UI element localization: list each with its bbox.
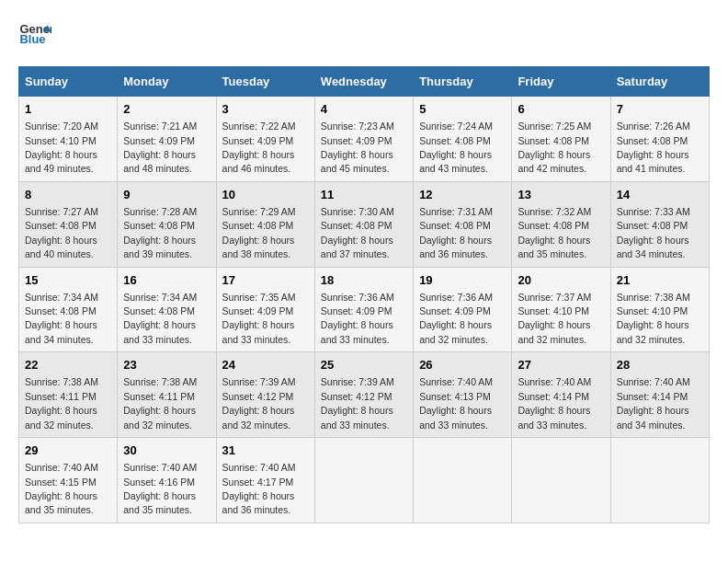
day-number: 1: [25, 101, 111, 118]
day-number: 29: [25, 442, 111, 459]
table-row: 26Sunrise: 7:40 AMSunset: 4:13 PMDayligh…: [414, 352, 512, 438]
table-row: 17Sunrise: 7:35 AMSunset: 4:09 PMDayligh…: [216, 267, 314, 352]
day-number: 27: [518, 357, 604, 373]
table-row: 3Sunrise: 7:22 AMSunset: 4:09 PMDaylight…: [216, 97, 314, 182]
day-info: Sunrise: 7:30 AMSunset: 4:08 PMDaylight:…: [321, 206, 394, 259]
day-number: 15: [25, 272, 111, 289]
calendar-table: SundayMondayTuesdayWednesdayThursdayFrid…: [18, 66, 710, 523]
day-number: 21: [617, 272, 703, 289]
day-number: 31: [222, 442, 309, 459]
day-info: Sunrise: 7:33 AMSunset: 4:08 PMDaylight:…: [617, 206, 690, 259]
table-row: 31Sunrise: 7:40 AMSunset: 4:17 PMDayligh…: [216, 438, 314, 523]
logo-icon: General Blue: [18, 18, 51, 52]
table-row: 13Sunrise: 7:32 AMSunset: 4:08 PMDayligh…: [512, 181, 610, 267]
table-row: 2Sunrise: 7:21 AMSunset: 4:09 PMDaylight…: [118, 97, 216, 182]
day-info: Sunrise: 7:25 AMSunset: 4:08 PMDaylight:…: [518, 121, 591, 174]
day-number: 13: [518, 187, 604, 203]
table-row: [414, 438, 512, 523]
day-info: Sunrise: 7:40 AMSunset: 4:17 PMDaylight:…: [222, 462, 296, 515]
col-header-friday: Friday: [512, 67, 610, 97]
day-info: Sunrise: 7:23 AMSunset: 4:09 PMDaylight:…: [321, 121, 394, 174]
day-info: Sunrise: 7:39 AMSunset: 4:12 PMDaylight:…: [321, 376, 394, 430]
col-header-wednesday: Wednesday: [314, 67, 413, 97]
table-row: 29Sunrise: 7:40 AMSunset: 4:15 PMDayligh…: [19, 438, 118, 523]
day-info: Sunrise: 7:37 AMSunset: 4:10 PMDaylight:…: [518, 292, 591, 345]
day-info: Sunrise: 7:29 AMSunset: 4:08 PMDaylight:…: [222, 206, 296, 259]
table-row: 11Sunrise: 7:30 AMSunset: 4:08 PMDayligh…: [314, 181, 413, 267]
col-header-saturday: Saturday: [610, 67, 709, 97]
day-number: 24: [222, 357, 309, 373]
table-row: 28Sunrise: 7:40 AMSunset: 4:14 PMDayligh…: [610, 352, 709, 438]
table-row: 24Sunrise: 7:39 AMSunset: 4:12 PMDayligh…: [216, 352, 314, 438]
logo: General Blue: [18, 18, 51, 52]
day-info: Sunrise: 7:24 AMSunset: 4:08 PMDaylight:…: [419, 121, 493, 174]
day-info: Sunrise: 7:38 AMSunset: 4:11 PMDaylight:…: [123, 376, 197, 430]
svg-text:Blue: Blue: [19, 32, 45, 46]
day-number: 11: [321, 187, 407, 203]
day-number: 2: [123, 101, 210, 118]
day-info: Sunrise: 7:36 AMSunset: 4:09 PMDaylight:…: [321, 292, 394, 345]
table-row: 20Sunrise: 7:37 AMSunset: 4:10 PMDayligh…: [512, 267, 610, 352]
table-row: 5Sunrise: 7:24 AMSunset: 4:08 PMDaylight…: [414, 97, 512, 182]
table-row: 6Sunrise: 7:25 AMSunset: 4:08 PMDaylight…: [512, 97, 610, 182]
table-row: 8Sunrise: 7:27 AMSunset: 4:08 PMDaylight…: [19, 181, 118, 267]
day-number: 7: [617, 101, 703, 118]
day-number: 10: [222, 187, 309, 203]
col-header-sunday: Sunday: [19, 67, 118, 97]
day-number: 3: [222, 101, 309, 118]
day-info: Sunrise: 7:21 AMSunset: 4:09 PMDaylight:…: [123, 121, 197, 174]
table-row: 21Sunrise: 7:38 AMSunset: 4:10 PMDayligh…: [610, 267, 709, 352]
table-row: 10Sunrise: 7:29 AMSunset: 4:08 PMDayligh…: [216, 181, 314, 267]
day-info: Sunrise: 7:40 AMSunset: 4:15 PMDaylight:…: [25, 462, 98, 515]
day-info: Sunrise: 7:34 AMSunset: 4:08 PMDaylight:…: [25, 292, 98, 345]
day-number: 9: [123, 187, 210, 203]
table-row: 16Sunrise: 7:34 AMSunset: 4:08 PMDayligh…: [118, 267, 216, 352]
day-info: Sunrise: 7:32 AMSunset: 4:08 PMDaylight:…: [518, 206, 591, 259]
day-number: 22: [25, 357, 111, 373]
day-number: 17: [222, 272, 309, 289]
day-number: 30: [123, 442, 210, 459]
table-row: 12Sunrise: 7:31 AMSunset: 4:08 PMDayligh…: [414, 181, 512, 267]
day-info: Sunrise: 7:26 AMSunset: 4:08 PMDaylight:…: [617, 121, 690, 174]
table-row: 27Sunrise: 7:40 AMSunset: 4:14 PMDayligh…: [512, 352, 610, 438]
day-number: 25: [321, 357, 407, 373]
table-row: 4Sunrise: 7:23 AMSunset: 4:09 PMDaylight…: [314, 97, 413, 182]
day-info: Sunrise: 7:35 AMSunset: 4:09 PMDaylight:…: [222, 292, 296, 345]
day-info: Sunrise: 7:40 AMSunset: 4:16 PMDaylight:…: [123, 462, 197, 515]
day-number: 16: [123, 272, 210, 289]
day-number: 6: [518, 101, 604, 118]
day-number: 4: [321, 101, 407, 118]
day-number: 14: [617, 187, 703, 203]
table-row: 30Sunrise: 7:40 AMSunset: 4:16 PMDayligh…: [118, 438, 216, 523]
day-info: Sunrise: 7:20 AMSunset: 4:10 PMDaylight:…: [25, 121, 98, 174]
day-number: 18: [321, 272, 407, 289]
day-info: Sunrise: 7:38 AMSunset: 4:10 PMDaylight:…: [617, 292, 690, 345]
table-row: 9Sunrise: 7:28 AMSunset: 4:08 PMDaylight…: [118, 181, 216, 267]
day-info: Sunrise: 7:36 AMSunset: 4:09 PMDaylight:…: [419, 292, 493, 345]
day-number: 8: [25, 187, 111, 203]
col-header-tuesday: Tuesday: [216, 67, 314, 97]
day-number: 12: [419, 187, 506, 203]
table-row: [512, 438, 610, 523]
table-row: 7Sunrise: 7:26 AMSunset: 4:08 PMDaylight…: [610, 97, 709, 182]
day-number: 28: [617, 357, 703, 373]
table-row: 19Sunrise: 7:36 AMSunset: 4:09 PMDayligh…: [414, 267, 512, 352]
table-row: 14Sunrise: 7:33 AMSunset: 4:08 PMDayligh…: [610, 181, 709, 267]
col-header-monday: Monday: [118, 67, 216, 97]
table-row: [314, 438, 413, 523]
day-info: Sunrise: 7:28 AMSunset: 4:08 PMDaylight:…: [123, 206, 197, 259]
table-row: 23Sunrise: 7:38 AMSunset: 4:11 PMDayligh…: [118, 352, 216, 438]
table-row: 18Sunrise: 7:36 AMSunset: 4:09 PMDayligh…: [314, 267, 413, 352]
table-row: [610, 438, 709, 523]
day-number: 23: [123, 357, 210, 373]
day-number: 20: [518, 272, 604, 289]
day-info: Sunrise: 7:22 AMSunset: 4:09 PMDaylight:…: [222, 121, 296, 174]
day-info: Sunrise: 7:40 AMSunset: 4:13 PMDaylight:…: [419, 376, 493, 430]
table-row: 22Sunrise: 7:38 AMSunset: 4:11 PMDayligh…: [19, 352, 118, 438]
day-info: Sunrise: 7:38 AMSunset: 4:11 PMDaylight:…: [25, 376, 98, 430]
day-info: Sunrise: 7:40 AMSunset: 4:14 PMDaylight:…: [617, 376, 690, 430]
day-info: Sunrise: 7:27 AMSunset: 4:08 PMDaylight:…: [25, 206, 98, 259]
page-header: General Blue: [18, 18, 710, 52]
table-row: 15Sunrise: 7:34 AMSunset: 4:08 PMDayligh…: [19, 267, 118, 352]
day-number: 26: [419, 357, 506, 373]
